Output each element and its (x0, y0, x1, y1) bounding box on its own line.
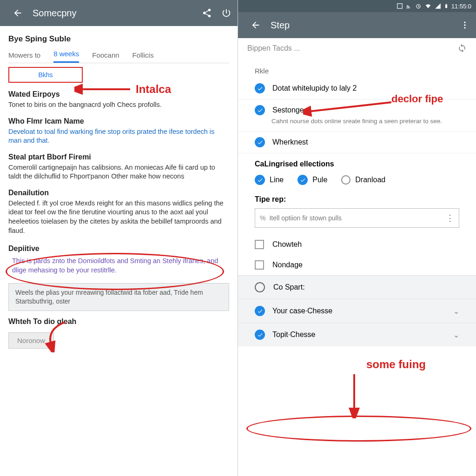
row-chowten[interactable]: Chowteh (238, 234, 476, 255)
dep-heading: Depiitive (8, 245, 229, 253)
row-topit[interactable]: Topit·Chesse ⌄ (238, 323, 476, 346)
svg-point-5 (464, 22, 465, 23)
left-appbar: Somecpny (0, 0, 238, 26)
cal-row: Line Pule Dranload (238, 172, 476, 192)
right-appbar: Step (238, 12, 476, 38)
cal-pule-label: Pule (312, 176, 327, 184)
left-pane: Somecpny Bye Sping Suble Mowers to 8 wee… (0, 0, 238, 476)
check-icon (255, 83, 265, 93)
steal-text: Comerolil cartignepaijn has calibsions. … (8, 163, 229, 181)
wated-heading: Wated Eirpoys (8, 90, 229, 99)
svg-point-7 (464, 27, 465, 28)
row-your-case-label: Your case·Chesse (272, 307, 446, 315)
highlighted-tab-box: Bkhs (8, 67, 83, 83)
left-body: Bye Sping Suble Mowers to 8 weeks Foocan… (0, 26, 238, 349)
dep-text[interactable]: This is pards znto the Domioildfots and … (8, 255, 229, 277)
page-heading: Bye Sping Suble (8, 34, 229, 44)
row-sestonge-label: Sestonge (272, 106, 304, 114)
noronow-button[interactable]: Noronow (8, 332, 54, 349)
check-icon (255, 137, 265, 147)
chevron-down-icon: ⌄ (453, 307, 459, 316)
svg-point-6 (464, 24, 465, 26)
row-co-spart-label: Co Spart: (273, 283, 305, 291)
svg-rect-1 (397, 4, 402, 9)
checkbox-icon (255, 240, 264, 249)
cal-pule[interactable]: Pule (298, 175, 327, 185)
cal-line-label: Line (270, 176, 284, 184)
den-text: Delected f. ift yol croe Mexds reight fo… (8, 199, 229, 235)
row-nondage[interactable]: Nondage (238, 255, 476, 275)
right-pane: 11:55:0 Step Bippen Tacds ... Rkle Dotat… (238, 0, 476, 476)
refresh-icon[interactable] (457, 43, 467, 54)
den-heading: Denailution (8, 189, 229, 197)
row-dotat[interactable]: Dotat whitelupidy to laly 2 (238, 78, 476, 99)
status-battery-icon (444, 2, 449, 10)
percent-icon: % (260, 214, 265, 222)
row-co-spart[interactable]: Co Spart: (238, 276, 476, 299)
row-your-case[interactable]: Your case·Chesse ⌄ (238, 299, 476, 323)
tipe-value: Itell optiion fir stown pulls (269, 214, 446, 222)
chevron-down-icon: ⌄ (453, 331, 459, 339)
overflow-icon[interactable] (458, 19, 471, 32)
svg-rect-3 (445, 5, 447, 8)
row-sestonge-sub: Cahnt nourse dots online sreate fining a… (238, 117, 476, 132)
row-wherknest[interactable]: Wherknest (238, 132, 476, 153)
cal-line[interactable]: Line (255, 175, 284, 185)
status-square-icon (397, 3, 403, 9)
highlighted-tab-label: Bkhs (38, 71, 53, 79)
status-cast-icon (406, 3, 412, 9)
tipe-input[interactable]: % Itell optiion fir stown pulls ⋮ (255, 208, 459, 228)
cal-dranload[interactable]: Dranload (341, 175, 385, 185)
tipe-label: Tipe rep: (238, 192, 476, 206)
whteh-heading: Whteh To dio gleah (8, 317, 229, 326)
somefuing-label: some fuing (366, 358, 426, 371)
tab-2[interactable]: Foocann (92, 51, 119, 63)
steal-heading: Steal ptart Bborf Firemi (8, 153, 229, 161)
left-title: Somecpny (33, 8, 77, 19)
row-dotat-label: Dotat whitelupidy to laly 2 (272, 84, 357, 93)
tab-3[interactable]: Follicis (132, 51, 154, 63)
gray-note: Weels the plias your mreawing follactwid… (8, 283, 229, 311)
row-wherknest-label: Wherknest (272, 138, 308, 146)
status-wifi-icon (424, 3, 432, 9)
power-icon[interactable] (220, 7, 233, 20)
somefuing-arrow (340, 372, 368, 418)
rule-label: Rkle (238, 59, 476, 78)
who-heading: Who Flmr Icam Name (8, 117, 229, 126)
row-nondage-label: Nondage (272, 261, 303, 269)
cal-heading: CaLingrised ellections (238, 153, 476, 172)
back-icon[interactable] (11, 7, 24, 20)
tab-0[interactable]: Mowers to (8, 51, 40, 63)
radio-icon (341, 175, 350, 185)
checkbox-icon (255, 260, 264, 270)
radio-icon (255, 282, 265, 292)
status-bar: 11:55:0 (238, 0, 476, 12)
wated-text: Tonet to biris on the bangnacrd yolh Che… (8, 100, 229, 110)
status-alarm-icon (415, 3, 422, 9)
tab-1[interactable]: 8 weeks (53, 50, 79, 63)
row-chowten-label: Chowteh (272, 240, 302, 249)
tab-bar: Mowers to 8 weeks Foocann Follicis (8, 46, 229, 63)
check-icon (255, 175, 265, 185)
cal-dranload-label: Dranload (355, 176, 385, 184)
right-title: Step (271, 20, 290, 31)
svg-rect-4 (446, 4, 447, 4)
status-time: 11:55:0 (451, 3, 471, 10)
back-icon-right[interactable] (249, 19, 262, 32)
check-icon (255, 105, 265, 115)
share-icon[interactable] (200, 7, 213, 20)
status-signal-icon (435, 3, 441, 9)
row-topit-label: Topit·Chesse (272, 331, 446, 339)
check-icon (298, 175, 308, 185)
search-placeholder: Bippen Tacds ... (247, 44, 457, 53)
check-icon (255, 330, 265, 340)
search-row[interactable]: Bippen Tacds ... (238, 38, 476, 59)
who-text[interactable]: Develoat to toal find warking fine stop … (8, 127, 229, 145)
input-overflow-icon[interactable]: ⋮ (446, 213, 454, 223)
check-icon (255, 306, 265, 316)
shaded-section: Co Spart: Your case·Chesse ⌄ Topit·Chess… (238, 275, 476, 346)
yourcase-oval-annotation (246, 416, 471, 442)
